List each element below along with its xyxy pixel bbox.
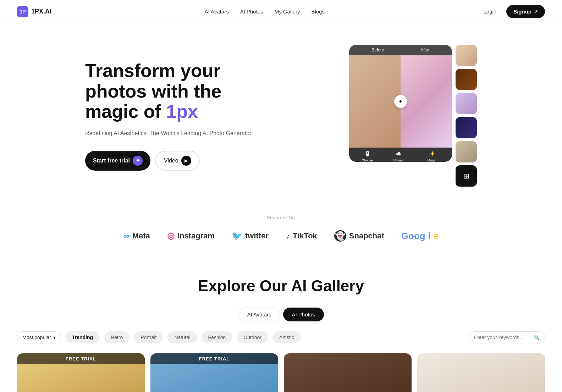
google-label: Goog bbox=[401, 231, 425, 242]
nav-logo[interactable]: 1P 1PX.AI bbox=[17, 6, 51, 17]
google-label-2: l bbox=[428, 231, 431, 242]
hero-thumbnails: ⊞ bbox=[456, 45, 477, 187]
instagram-label: Instagram bbox=[177, 231, 215, 241]
meta-icon: ∞ bbox=[123, 231, 130, 241]
hero-actions: Start free trial ✦ Video ▶ bbox=[85, 151, 270, 171]
trial-icon: ✦ bbox=[133, 156, 143, 166]
brand-meta: ∞ Meta bbox=[123, 231, 150, 241]
logo-text: 1PX.AI bbox=[31, 8, 51, 15]
gallery-card-4[interactable] bbox=[417, 353, 545, 392]
upload-icon: ☁️ bbox=[391, 150, 406, 158]
theme-icon: 🖱️ bbox=[362, 150, 373, 158]
before-label: Before bbox=[371, 48, 384, 53]
navbar: 1P 1PX.AI AI Avatars AI Photos My Galler… bbox=[0, 0, 562, 23]
magic-button[interactable]: ✦ bbox=[394, 95, 407, 108]
step-label-1: Choosea theme bbox=[362, 158, 373, 162]
featured-section: Featured On ∞ Meta ◎ Instagram 🐦 twitter… bbox=[0, 201, 562, 256]
tab-ai-photos[interactable]: AI Photos bbox=[283, 308, 324, 321]
hero-visual: Before After ✦ 🖱️ Choosea theme ☁️ Uploa… bbox=[270, 45, 477, 187]
tiktok-label: TikTok bbox=[293, 231, 317, 241]
thumbnail-2[interactable] bbox=[456, 69, 477, 90]
thumbnail-4[interactable] bbox=[456, 117, 477, 138]
tiktok-icon: ♪ bbox=[286, 231, 290, 241]
step-label-3: Magicin progress bbox=[424, 158, 440, 162]
brand-google: Google bbox=[401, 231, 439, 242]
thumbnail-5[interactable] bbox=[456, 141, 477, 162]
filter-retro[interactable]: Retro bbox=[104, 331, 130, 343]
signup-button[interactable]: Signup ↗ bbox=[506, 5, 545, 18]
split-right bbox=[401, 55, 452, 148]
most-popular-filter[interactable]: Most popular ▾ bbox=[17, 331, 61, 343]
gallery-title: Explore Our AI Gallery bbox=[17, 277, 545, 295]
nav-actions: Login Signup ↗ bbox=[478, 5, 545, 18]
nav-link-blogs[interactable]: Blogs bbox=[311, 9, 325, 15]
play-icon: ▶ bbox=[181, 156, 191, 166]
magic-icon: ✨ bbox=[424, 150, 440, 158]
hero-title-part1: Transform your photos with the magic of bbox=[85, 60, 221, 121]
split-left bbox=[349, 55, 401, 148]
filter-fashion[interactable]: Fashion bbox=[202, 331, 233, 343]
free-trial-badge-2: FREE TRIAL bbox=[150, 353, 278, 364]
instagram-icon: ◎ bbox=[167, 231, 175, 241]
hero-subtitle: Redefining AI Aesthetics: The World's Le… bbox=[85, 129, 270, 138]
gallery-search[interactable]: 🔍 bbox=[469, 331, 545, 343]
video-button[interactable]: Video ▶ bbox=[155, 151, 200, 171]
brand-logos: ∞ Meta ◎ Instagram 🐦 twitter ♪ TikTok 👻 … bbox=[17, 230, 545, 242]
filter-artistic[interactable]: Artistic bbox=[272, 331, 301, 343]
nav-link-avatars[interactable]: AI Avatars bbox=[205, 9, 229, 15]
filter-portrait[interactable]: Portrait bbox=[134, 331, 163, 343]
steps-bar: 🖱️ Choosea theme ☁️ Uploadyour photo ✨ M… bbox=[349, 148, 452, 162]
filter-natural[interactable]: Natural bbox=[167, 331, 197, 343]
after-label: After bbox=[420, 48, 429, 53]
step-magic-progress: ✨ Magicin progress bbox=[424, 150, 440, 162]
gallery-card-3[interactable] bbox=[284, 353, 412, 392]
gallery-tabs: AI Avatars AI Photos bbox=[17, 308, 545, 321]
trial-label: Start free trial bbox=[93, 158, 130, 164]
featured-label: Featured On bbox=[17, 215, 545, 220]
search-icon: 🔍 bbox=[534, 335, 540, 340]
nav-link-gallery[interactable]: My Gallery bbox=[275, 9, 300, 15]
hero-text: Transform your photos with the magic of … bbox=[85, 61, 270, 170]
hero-main-card: Before After ✦ 🖱️ Choosea theme ☁️ Uploa… bbox=[349, 45, 452, 162]
gallery-card-1[interactable]: FREE TRIAL bbox=[17, 353, 145, 392]
brand-instagram: ◎ Instagram bbox=[167, 231, 215, 241]
step-upload-photo: ☁️ Uploadyour photo bbox=[391, 150, 406, 162]
meta-label: Meta bbox=[132, 231, 150, 241]
signup-arrow-icon: ↗ bbox=[534, 9, 538, 15]
tab-ai-avatars[interactable]: AI Avatars bbox=[238, 308, 280, 321]
snapchat-label: Snapchat bbox=[349, 231, 384, 241]
logo-icon: 1P bbox=[17, 6, 28, 17]
nav-link-photos[interactable]: AI Photos bbox=[240, 9, 263, 15]
grid-icon[interactable]: ⊞ bbox=[456, 165, 477, 187]
filter-trending[interactable]: Trending bbox=[65, 331, 100, 343]
chevron-down-icon: ▾ bbox=[53, 335, 56, 340]
video-label: Video bbox=[164, 158, 178, 164]
gallery-grid: FREE TRIAL FREE TRIAL bbox=[17, 353, 545, 392]
hero-section: Transform your photos with the magic of … bbox=[68, 23, 494, 201]
most-popular-label: Most popular bbox=[22, 335, 51, 340]
hero-title-highlight: 1px bbox=[166, 101, 198, 122]
signup-label: Signup bbox=[513, 9, 531, 15]
before-after-bar: Before After bbox=[349, 45, 452, 55]
twitter-icon: 🐦 bbox=[232, 231, 242, 241]
hero-photo-container: ✦ bbox=[349, 55, 452, 148]
search-input[interactable] bbox=[474, 335, 531, 340]
filter-outdoor[interactable]: Outdoor bbox=[237, 331, 268, 343]
free-trial-badge-1: FREE TRIAL bbox=[17, 353, 145, 364]
brand-tiktok: ♪ TikTok bbox=[286, 231, 317, 241]
brand-twitter: 🐦 twitter bbox=[232, 231, 269, 241]
twitter-label: twitter bbox=[245, 231, 269, 241]
gallery-section: Explore Our AI Gallery AI Avatars AI Pho… bbox=[0, 256, 562, 392]
step-choose-theme: 🖱️ Choosea theme bbox=[362, 150, 373, 162]
thumbnail-1[interactable] bbox=[456, 45, 477, 66]
hero-title: Transform your photos with the magic of … bbox=[85, 61, 270, 122]
gallery-card-2[interactable]: FREE TRIAL bbox=[150, 353, 278, 392]
filter-bar: Most popular ▾ Trending Retro Portrait N… bbox=[17, 331, 545, 343]
start-free-trial-button[interactable]: Start free trial ✦ bbox=[85, 151, 150, 171]
brand-snapchat: 👻 Snapchat bbox=[334, 230, 384, 242]
login-button[interactable]: Login bbox=[478, 6, 502, 17]
nav-links: AI Avatars AI Photos My Gallery Blogs bbox=[205, 9, 325, 15]
snapchat-icon: 👻 bbox=[334, 230, 346, 242]
step-label-2: Uploadyour photo bbox=[391, 158, 406, 162]
thumbnail-3[interactable] bbox=[456, 93, 477, 114]
